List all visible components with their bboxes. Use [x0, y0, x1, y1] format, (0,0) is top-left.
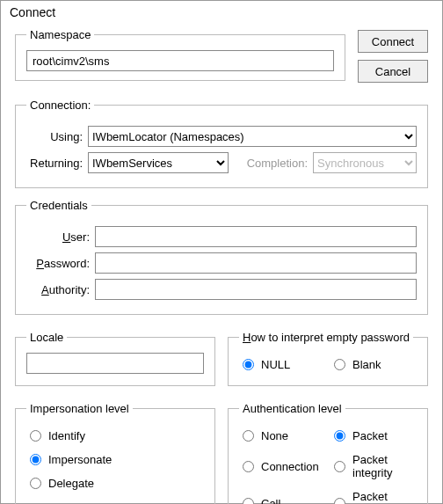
- auth-privacy-option[interactable]: Packet privacy: [330, 490, 417, 504]
- impersonation-group: Impersonation level Identify Impersonate…: [15, 402, 215, 504]
- empty-null-radio[interactable]: [243, 359, 254, 370]
- returning-label: Returning:: [26, 157, 88, 170]
- password-label: Password:: [26, 257, 95, 270]
- dialog-body: Namespace Connect Cancel Connection: Usi…: [1, 28, 442, 504]
- empty-blank-radio[interactable]: [334, 359, 345, 370]
- connection-legend: Connection:: [26, 99, 94, 112]
- auth-level-legend: Authentication level: [239, 402, 345, 415]
- impersonation-legend: Impersonation level: [26, 402, 133, 415]
- authority-input[interactable]: [95, 279, 417, 300]
- auth-integrity-option[interactable]: Packet integrity: [330, 453, 417, 479]
- returning-select[interactable]: IWbemServices: [88, 152, 229, 173]
- impersonate-radio[interactable]: [30, 454, 41, 465]
- empty-blank-option[interactable]: Blank: [330, 358, 417, 371]
- locale-group: Locale: [15, 331, 215, 386]
- credentials-group: Credentials User: Password: Authority:: [15, 199, 428, 315]
- credentials-legend: Credentials: [26, 199, 91, 212]
- using-label: Using:: [26, 130, 88, 143]
- namespace-input[interactable]: [26, 50, 334, 71]
- namespace-legend: Namespace: [26, 28, 94, 41]
- locale-legend: Locale: [26, 331, 67, 344]
- using-select[interactable]: IWbemLocator (Namespaces): [88, 126, 417, 147]
- impersonate-option[interactable]: Impersonate: [26, 453, 204, 466]
- auth-packet-option[interactable]: Packet: [330, 429, 417, 442]
- auth-packet-radio[interactable]: [334, 430, 345, 442]
- identify-radio[interactable]: [30, 430, 41, 442]
- delegate-radio[interactable]: [30, 478, 41, 489]
- auth-none-radio[interactable]: [243, 430, 254, 442]
- password-input[interactable]: [95, 252, 417, 274]
- connect-dialog: Connect Namespace Connect Cancel Connect…: [0, 0, 443, 504]
- empty-password-legend: How to interpret empty password: [239, 331, 413, 344]
- completion-select: Synchronous: [313, 152, 417, 173]
- empty-password-group: How to interpret empty password NULL Bla…: [228, 331, 428, 386]
- completion-label: Completion:: [229, 157, 313, 170]
- auth-call-radio[interactable]: [243, 498, 254, 505]
- auth-privacy-radio[interactable]: [334, 498, 345, 505]
- auth-call-option[interactable]: Call: [239, 490, 325, 504]
- delegate-option[interactable]: Delegate: [26, 477, 204, 490]
- auth-connection-option[interactable]: Connection: [239, 453, 325, 479]
- auth-none-option[interactable]: None: [239, 429, 325, 442]
- user-label: User:: [26, 230, 95, 244]
- authority-label: Authority:: [26, 283, 95, 296]
- empty-null-option[interactable]: NULL: [239, 358, 325, 371]
- cancel-button[interactable]: Cancel: [358, 60, 428, 83]
- identify-option[interactable]: Identify: [26, 429, 204, 442]
- auth-connection-radio[interactable]: [243, 461, 254, 472]
- auth-level-group: Authentication level None Packet Connect…: [228, 402, 428, 504]
- locale-input[interactable]: [26, 353, 204, 374]
- connect-button[interactable]: Connect: [358, 30, 428, 53]
- namespace-group: Namespace: [15, 28, 345, 81]
- connection-group: Connection: Using: IWbemLocator (Namespa…: [15, 99, 428, 188]
- window-title: Connect: [1, 1, 442, 28]
- auth-integrity-radio[interactable]: [334, 461, 345, 472]
- user-input[interactable]: [95, 226, 417, 247]
